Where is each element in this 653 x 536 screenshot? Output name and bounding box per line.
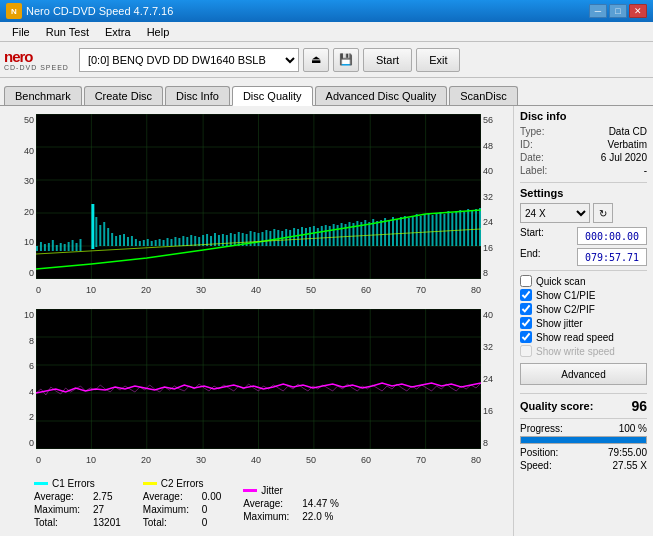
svg-rect-52 (186, 237, 188, 246)
svg-rect-35 (119, 235, 121, 246)
end-input[interactable] (577, 248, 647, 266)
legend-area: C1 Errors Average: 2.75 Maximum: 27 Tota… (4, 473, 509, 533)
end-row: End: (520, 248, 647, 266)
quick-scan-label: Quick scan (536, 276, 585, 287)
svg-rect-124 (471, 210, 473, 246)
show-jitter-checkbox[interactable] (520, 317, 532, 329)
disc-type-value: Data CD (609, 126, 647, 137)
menu-extra[interactable]: Extra (97, 24, 139, 40)
tab-create-disc[interactable]: Create Disc (84, 86, 163, 105)
svg-rect-46 (163, 240, 165, 246)
svg-rect-101 (380, 220, 382, 246)
position-row: Position: 79:55.00 (520, 447, 647, 458)
svg-rect-123 (467, 209, 469, 246)
show-c2-pif-row: Show C2/PIF (520, 303, 647, 315)
svg-rect-114 (432, 215, 434, 246)
tab-advanced-disc-quality[interactable]: Advanced Disc Quality (315, 86, 448, 105)
tab-disc-info[interactable]: Disc Info (165, 86, 230, 105)
svg-rect-51 (182, 236, 184, 246)
c1-total-value: 13201 (93, 517, 121, 528)
bottom-graph-svg (36, 309, 481, 449)
eject-button[interactable]: ⏏ (303, 48, 329, 72)
disc-date-value: 6 Jul 2020 (601, 152, 647, 163)
main-content: 50 40 30 20 10 0 56 48 40 32 24 16 8 (0, 106, 653, 536)
y-right-top-3: 32 (483, 192, 493, 202)
start-input[interactable] (577, 227, 647, 245)
start-button[interactable]: Start (363, 48, 412, 72)
tab-disc-quality[interactable]: Disc Quality (232, 86, 313, 106)
show-read-speed-label: Show read speed (536, 332, 614, 343)
advanced-button[interactable]: Advanced (520, 363, 647, 385)
svg-rect-43 (151, 241, 153, 246)
show-read-speed-checkbox[interactable] (520, 331, 532, 343)
show-c1-pie-checkbox[interactable] (520, 289, 532, 301)
end-label: End: (520, 248, 541, 266)
speed-label: Speed: (520, 460, 552, 471)
progress-section: Progress: 100 % Position: 79:55.00 Speed… (520, 423, 647, 471)
svg-rect-23 (64, 244, 66, 251)
svg-rect-109 (412, 216, 414, 246)
disc-date-label: Date: (520, 152, 544, 163)
svg-rect-105 (396, 219, 398, 246)
svg-rect-28 (91, 204, 94, 249)
menu-file[interactable]: File (4, 24, 38, 40)
tab-benchmark[interactable]: Benchmark (4, 86, 82, 105)
jitter-maximum-value: 22.0 % (302, 511, 333, 522)
svg-rect-25 (72, 240, 74, 251)
svg-rect-112 (424, 214, 426, 246)
maximize-button[interactable]: □ (609, 4, 627, 18)
quality-row: Quality score: 96 (520, 398, 647, 414)
svg-rect-16 (36, 246, 38, 251)
show-c1-pie-label: Show C1/PIE (536, 290, 595, 301)
show-read-speed-row: Show read speed (520, 331, 647, 343)
show-c2-pif-label: Show C2/PIF (536, 304, 595, 315)
refresh-button[interactable]: ↻ (593, 203, 613, 223)
svg-rect-22 (60, 243, 62, 251)
c2-average-label: Average: (143, 491, 198, 502)
svg-rect-85 (317, 228, 319, 246)
exit-button[interactable]: Exit (416, 48, 460, 72)
drive-selector[interactable]: [0:0] BENQ DVD DD DW1640 BSLB (79, 48, 299, 72)
speed-selector[interactable]: 24 X Max 4 X 8 X 16 X 32 X 40 X 48 X (520, 203, 590, 223)
show-c2-pif-checkbox[interactable] (520, 303, 532, 315)
svg-rect-125 (475, 209, 477, 246)
c1-total-label: Total: (34, 517, 89, 528)
svg-rect-65 (238, 232, 240, 246)
top-graph-svg (36, 114, 481, 279)
disc-type-row: Type: Data CD (520, 126, 647, 137)
progress-label: Progress: (520, 423, 563, 434)
toolbar: nero CD-DVD SPEED [0:0] BENQ DVD DD DW16… (0, 42, 653, 78)
svg-rect-19 (48, 243, 50, 251)
svg-rect-42 (147, 239, 149, 246)
y-left-top-1: 40 (24, 146, 34, 156)
show-write-speed-label: Show write speed (536, 346, 615, 357)
jitter-maximum-label: Maximum: (243, 511, 298, 522)
quick-scan-checkbox[interactable] (520, 275, 532, 287)
svg-rect-31 (103, 222, 105, 246)
disc-type-label: Type: (520, 126, 544, 137)
save-button[interactable]: 💾 (333, 48, 359, 72)
svg-rect-70 (258, 233, 260, 246)
svg-rect-103 (388, 220, 390, 246)
right-panel: Disc info Type: Data CD ID: Verbatim Dat… (513, 106, 653, 536)
close-button[interactable]: ✕ (629, 4, 647, 18)
show-write-speed-checkbox[interactable] (520, 345, 532, 357)
tab-scandisc[interactable]: ScanDisc (449, 86, 517, 105)
quality-score: 96 (631, 398, 647, 414)
svg-rect-50 (178, 238, 180, 246)
svg-rect-88 (329, 226, 331, 246)
svg-rect-26 (76, 243, 78, 251)
disc-label-value: - (644, 165, 647, 176)
svg-rect-27 (80, 239, 82, 251)
logo-nero: nero (4, 49, 33, 64)
minimize-button[interactable]: ─ (589, 4, 607, 18)
svg-rect-72 (265, 230, 267, 246)
progress-bar-container (520, 436, 647, 444)
menu-help[interactable]: Help (139, 24, 178, 40)
jitter-average-value: 14.47 % (302, 498, 339, 509)
svg-rect-106 (400, 217, 402, 246)
y-right-top-1: 48 (483, 141, 493, 151)
chart-area: 50 40 30 20 10 0 56 48 40 32 24 16 8 (0, 106, 513, 536)
menu-run-test[interactable]: Run Test (38, 24, 97, 40)
speed-row-bottom: Speed: 27.55 X (520, 460, 647, 471)
